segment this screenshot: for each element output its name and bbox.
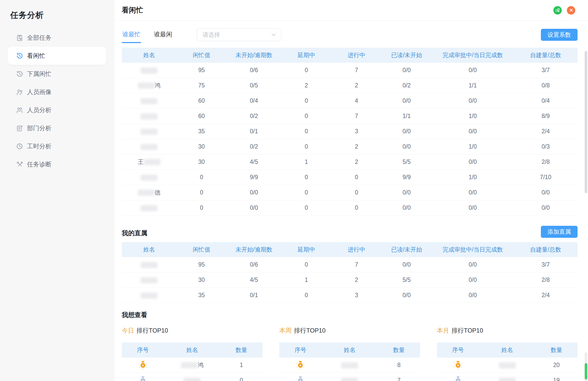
table-row[interactable]: 350/1030/00/02/4 [122, 288, 578, 303]
person-select[interactable]: 请选择 [197, 28, 281, 41]
sidebar-item-subordinate-busy[interactable]: 下属闲忙 [8, 65, 106, 83]
sidebar-item-task-diagnosis[interactable]: 任务诊断 [8, 155, 106, 173]
ranking-table: 序号姓名数量87 [279, 343, 420, 381]
value-cell: 0/2 [226, 139, 281, 154]
tab-idlest[interactable]: 谁最闲 [153, 29, 173, 43]
value-cell: 0/0 [226, 185, 281, 200]
ranking-row[interactable]: 0 [122, 373, 262, 381]
value-cell: 0 [281, 139, 331, 154]
column-header: 未开始/逾期数 [226, 48, 281, 63]
table-header-row: 序号姓名数量 [122, 343, 262, 358]
sidebar-item-label: 看闲忙 [27, 52, 45, 60]
value-cell: 4/5 [226, 272, 281, 288]
column-header: 序号 [122, 343, 164, 358]
value-cell: 1/0 [432, 170, 514, 185]
ranking-board-today: 今日排行TOP10序号姓名数量鸿10 [122, 319, 262, 381]
sidebar-item-person-portrait[interactable]: 人员画像 [8, 83, 106, 101]
value-cell: 7 [331, 257, 382, 272]
value-cell: 0/0 [382, 139, 432, 154]
name-cell [479, 358, 535, 373]
name-cell [164, 373, 220, 381]
table-row[interactable]: 350/1030/00/02/4 [122, 124, 578, 139]
close-button[interactable] [567, 6, 575, 15]
more-actions-button[interactable] [553, 6, 562, 15]
sidebar-item-all-tasks[interactable]: 全部任务 [8, 29, 106, 47]
value-cell: 0/8 [514, 78, 578, 93]
table-header-row: 姓名闲忙值未开始/逾期数延期中进行中已读/未开始完成审批中/当日完成数自建量/总… [122, 48, 578, 63]
ranking-board-month: 本月排行TOP10序号姓名数量2019 [437, 319, 578, 381]
value-cell: 7/10 [514, 170, 578, 185]
value-cell: 0/0 [432, 154, 514, 170]
value-cell: 0 [331, 185, 382, 200]
department-doc-icon [16, 124, 23, 132]
chevron-down-icon [270, 31, 277, 38]
name-text: 鸿 [198, 362, 204, 368]
set-coefficient-button[interactable]: 设置系数 [541, 29, 578, 41]
column-header: 已读/未开始 [382, 242, 432, 257]
column-header: 数量 [535, 343, 578, 358]
table-row[interactable]: 王304/5125/50/02/8 [122, 154, 578, 170]
name-cell: 德 [122, 185, 177, 200]
count-cell: 7 [378, 373, 420, 381]
value-cell: 7 [331, 63, 382, 78]
tab-busiest[interactable]: 谁最忙 [122, 29, 141, 43]
sidebar-item-person-analysis[interactable]: 人员分析 [8, 101, 106, 119]
table-row[interactable]: 600/2071/11/08/9 [122, 109, 578, 124]
value-cell: 2 [331, 139, 382, 154]
ranking-row[interactable]: 8 [279, 358, 420, 373]
board-period-label: 今日 [122, 327, 134, 334]
redacted-name [141, 113, 157, 120]
table-row[interactable]: 950/6070/00/03/7 [122, 63, 578, 78]
value-cell: 30 [177, 272, 227, 288]
table-row[interactable]: 300/2020/01/00/3 [122, 139, 578, 154]
value-cell: 3/7 [514, 63, 578, 78]
value-cell: 0/0 [382, 63, 432, 78]
value-cell: 1/0 [432, 109, 514, 124]
sidebar-item-label: 部门分析 [27, 124, 51, 132]
value-cell: 0 [177, 170, 227, 185]
table-row[interactable]: 德00/0000/00/00/0 [122, 185, 578, 200]
value-cell: 1/0 [432, 139, 514, 154]
silver-medal-icon [122, 373, 164, 381]
ranking-row[interactable]: 19 [437, 373, 578, 381]
value-cell: 1/1 [382, 109, 432, 124]
close-icon [568, 7, 574, 13]
table-row[interactable]: 600/4040/00/00/4 [122, 93, 578, 109]
value-cell: 0/0 [382, 124, 432, 139]
column-header: 完成审批中/当日完成数 [432, 48, 514, 63]
sidebar-item-work-hours-analysis[interactable]: 工时分析 [8, 137, 106, 155]
board-suffix-label: 排行TOP10 [452, 327, 483, 334]
name-cell [122, 200, 177, 216]
table-header-row: 序号姓名数量 [279, 343, 420, 358]
page-scrollbar-thumb[interactable] [585, 363, 587, 379]
value-cell: 0 [281, 185, 331, 200]
value-cell: 0 [281, 109, 331, 124]
value-cell: 7 [331, 109, 382, 124]
table-scrollbar-thumb[interactable] [585, 51, 587, 193]
value-cell: 9/9 [226, 170, 281, 185]
count-cell: 8 [378, 358, 420, 373]
column-header: 闲忙值 [177, 242, 227, 257]
value-cell: 2/4 [514, 124, 578, 139]
value-cell: 0/5 [226, 78, 281, 93]
table-row[interactable]: 00/0000/00/00/0 [122, 200, 578, 216]
value-cell: 0 [331, 200, 382, 216]
table-row[interactable]: 304/5125/50/02/8 [122, 272, 578, 288]
direct-reports-table: 姓名闲忙值未开始/逾期数延期中进行中已读/未开始完成审批中/当日完成数自建量/总… [122, 242, 578, 303]
sidebar-item-busy-view[interactable]: 看闲忙 [8, 47, 106, 65]
ranking-row[interactable]: 7 [279, 373, 420, 381]
sidebar-item-department-analysis[interactable]: 部门分析 [8, 119, 106, 137]
redacted-name [341, 378, 358, 381]
table-row[interactable]: 鸿750/5220/21/10/8 [122, 78, 578, 93]
name-cell [122, 93, 177, 109]
ranking-row[interactable]: 鸿1 [122, 358, 262, 373]
task-diagnosis-icon [16, 161, 23, 168]
table-row[interactable]: 950/6070/00/03/7 [122, 257, 578, 272]
redacted-name [141, 98, 157, 104]
people-analysis-icon [16, 106, 23, 114]
ranking-row[interactable]: 20 [437, 358, 578, 373]
add-direct-report-button[interactable]: 添加直属 [541, 226, 578, 238]
content-area: 谁最忙谁最闲 请选择 设置系数 姓名闲忙值未开始/逾期数延期中进行中已读/未开始… [114, 28, 588, 381]
name-text: 王 [138, 159, 144, 165]
table-row[interactable]: 09/9009/91/07/10 [122, 170, 578, 185]
